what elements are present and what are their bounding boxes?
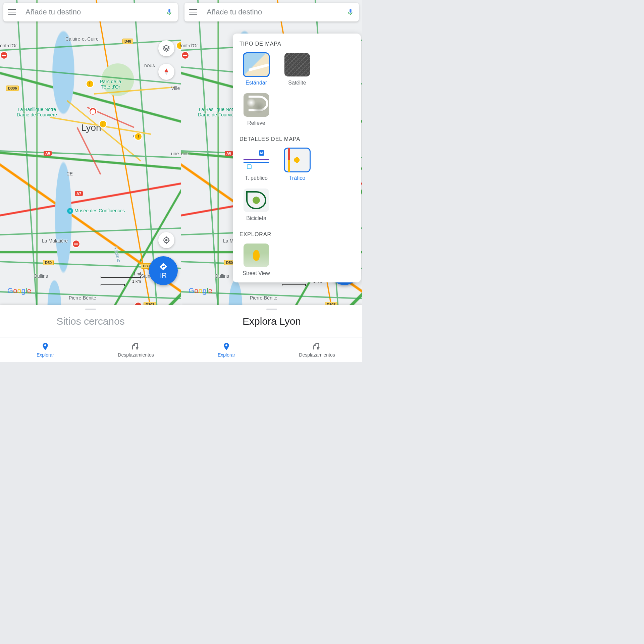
bottom-nav: Explorar Desplazamientos xyxy=(0,337,181,362)
label-oullins: Oullins xyxy=(34,273,48,279)
voice-search-icon[interactable] xyxy=(166,8,173,16)
label-confluences: Musée des Confluences xyxy=(67,208,125,214)
thumb-terrain xyxy=(244,93,269,117)
label-basilique: La Basilique Notre Dame de Fourvière xyxy=(198,107,238,117)
menu-icon[interactable] xyxy=(8,9,16,15)
label-mulatiere: La Mulatière xyxy=(42,238,68,244)
shield-a6: A6 xyxy=(44,151,52,156)
noentry-icon[interactable] xyxy=(181,51,189,59)
thumb-streetview xyxy=(244,244,269,267)
label-pierrebenite: Pierre-Bénite xyxy=(250,295,277,301)
detail-bike[interactable]: Bicicleta xyxy=(239,189,273,221)
incident-icon[interactable]: ! xyxy=(99,120,107,128)
label-basilique: La Basilique Notre Dame de Fourvière xyxy=(17,107,57,117)
my-location-button[interactable] xyxy=(158,232,174,248)
label-lyon: Lyon xyxy=(81,122,101,133)
google-logo: Google xyxy=(189,286,212,295)
explore-streetview[interactable]: Street View xyxy=(239,244,273,276)
maptype-terrain[interactable]: Relieve xyxy=(239,93,273,126)
map-scale: 1 mi 1 km xyxy=(101,272,141,285)
thumb-transit xyxy=(244,148,269,172)
sheet-title: Sitios cercanos xyxy=(56,316,124,327)
search-bar[interactable]: Añade tu destino xyxy=(3,3,178,21)
label-pierrebenite: Pierre-Bénite xyxy=(69,295,96,301)
svg-line-0 xyxy=(0,40,181,50)
label-une: une xyxy=(171,151,179,156)
incident-icon[interactable]: ! xyxy=(134,132,142,141)
bottom-sheet[interactable]: Explora Lyon xyxy=(181,305,362,337)
label-2e: 2E xyxy=(67,171,73,176)
thumb-bike xyxy=(244,189,269,212)
panel-details-title: DETALLES DEL MAPA xyxy=(239,136,354,142)
label-doua: DOUA xyxy=(144,64,155,68)
directions-go-button[interactable]: IR xyxy=(149,256,178,285)
thumb-satellite xyxy=(284,53,310,76)
panel-explore-title: EXPLORAR xyxy=(239,231,354,237)
label-ontdor: ont-d'Or xyxy=(0,43,17,48)
google-logo: Google xyxy=(7,286,31,295)
detail-transit[interactable]: T. público xyxy=(239,148,273,181)
noentry-icon[interactable] xyxy=(72,240,80,248)
panel-maptype-title: TIPO DE MAPA xyxy=(239,41,354,47)
left-screenshot: Añade tu destino IR Caluire-et-Cuire ont… xyxy=(0,0,181,362)
maptype-standard[interactable]: Estándar xyxy=(239,53,273,86)
voice-search-icon[interactable] xyxy=(347,8,354,16)
shield-a6: A6 xyxy=(225,151,233,156)
layers-button[interactable] xyxy=(158,40,174,56)
svg-point-13 xyxy=(165,239,168,241)
label-une: une xyxy=(181,151,189,156)
thumb-traffic xyxy=(284,148,310,172)
bottom-sheet[interactable]: Sitios cercanos xyxy=(0,305,181,337)
go-label: IR xyxy=(160,272,167,279)
nav-commute[interactable]: Desplazamientos xyxy=(272,337,362,362)
search-placeholder: Añade tu destino xyxy=(25,8,166,16)
layers-panel: TIPO DE MAPA Estándar Satélite Relieve D… xyxy=(233,34,361,282)
sheet-drag-handle[interactable] xyxy=(266,309,277,310)
incident-icon[interactable]: ! xyxy=(86,80,94,88)
shield-d306: D306 xyxy=(6,86,19,91)
shield-d50: D50 xyxy=(43,260,54,265)
noentry-icon[interactable] xyxy=(0,51,8,59)
incident-icon[interactable]: ⬤ xyxy=(89,107,97,115)
sheet-title: Explora Lyon xyxy=(243,316,301,327)
svg-line-8 xyxy=(0,228,181,235)
label-caluire: Caluire-et-Cuire xyxy=(65,36,99,42)
svg-line-6 xyxy=(77,127,101,174)
detail-traffic[interactable]: Tráfico xyxy=(280,148,314,181)
search-bar[interactable]: Añade tu destino xyxy=(184,3,359,21)
menu-icon[interactable] xyxy=(189,9,197,15)
maptype-satellite[interactable]: Satélite xyxy=(280,53,314,86)
nav-explore[interactable]: Explorar xyxy=(181,337,272,362)
shield-a7: A7 xyxy=(75,191,83,196)
sheet-drag-handle[interactable] xyxy=(85,309,96,310)
shield-d48: D48 xyxy=(122,39,133,44)
nav-explore[interactable]: Explorar xyxy=(0,337,91,362)
label-oullins: Oullins xyxy=(215,273,229,279)
label-ontdor: ont-d'Or xyxy=(181,43,198,48)
nav-commute[interactable]: Desplazamientos xyxy=(91,337,181,362)
label-ville: Ville xyxy=(171,86,180,91)
search-placeholder: Añade tu destino xyxy=(207,8,347,16)
right-screenshot: Añade tu destino IR ont-d'Or La Basiliqu… xyxy=(181,0,362,362)
label-parctete: Parc de la Tête d'Or xyxy=(100,79,121,90)
bottom-nav: Explorar Desplazamientos xyxy=(181,337,362,362)
thumb-standard xyxy=(244,53,269,76)
compass-button[interactable] xyxy=(158,64,174,80)
